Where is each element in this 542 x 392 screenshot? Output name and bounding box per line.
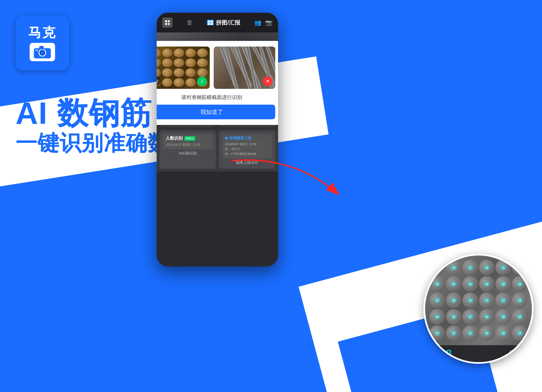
rebar-cell: 33 bbox=[495, 276, 511, 292]
phone-title-text: 拼图/汇报 bbox=[216, 19, 240, 27]
rebar-cell: 15 bbox=[512, 292, 528, 308]
rebar-cell: 30 bbox=[429, 276, 445, 292]
people-date: 2020-04-07 星期五 11:59 bbox=[166, 143, 210, 147]
collage-icon bbox=[207, 20, 214, 25]
detection-meta: 2020-12-25 广州市... bbox=[509, 350, 526, 358]
modal-image-1[interactable]: ⊘ ✓ bbox=[157, 47, 210, 89]
rebar-cell: 24 bbox=[495, 325, 511, 341]
detection-city: 广州市... bbox=[509, 354, 526, 358]
svg-rect-4 bbox=[35, 49, 38, 51]
phone-bg-area: 钢筋 AI 克... 相机 × bbox=[157, 32, 278, 89]
modal-dialog: × ⊘ ✓ bbox=[157, 41, 278, 125]
rebar-cell: 34 bbox=[479, 292, 495, 308]
rebar-cell: 14 bbox=[462, 292, 478, 308]
svg-point-2 bbox=[41, 51, 44, 54]
detection-background: 15 24 27 26 31 35 30 27 31 34 33 15 27 3… bbox=[425, 256, 532, 362]
camera-logo-icon bbox=[30, 43, 55, 61]
rebar-cell: 27 bbox=[462, 260, 478, 275]
modal-image-2[interactable]: ✕ bbox=[214, 47, 275, 89]
detection-date: 2020-12-25 bbox=[509, 350, 526, 354]
grid-icon[interactable] bbox=[162, 17, 172, 28]
rebar-cell: 27 bbox=[446, 276, 462, 292]
rebar-cell: 34 bbox=[429, 309, 445, 325]
reject-button[interactable]: ✕ bbox=[263, 76, 272, 86]
quarantine-header: 疫情隔离上报 bbox=[225, 136, 269, 141]
rebar-cell: 31 bbox=[446, 309, 462, 325]
detection-count: 68 bbox=[440, 348, 452, 360]
rebar-cell: 33 bbox=[479, 309, 495, 325]
phone-title: 拼图/汇报 bbox=[207, 19, 240, 27]
detection-info-bar: 数： 68 2020-12-25 广州市... bbox=[425, 345, 532, 362]
rebar-cell: 26 bbox=[512, 309, 528, 325]
rebar-cell: 15 bbox=[512, 276, 528, 292]
rebar-cell: 34 bbox=[479, 276, 495, 292]
people-icon[interactable]: 👥 bbox=[254, 19, 261, 26]
rebar-cell: 31 bbox=[462, 325, 478, 341]
bottom-blue-band bbox=[0, 251, 299, 392]
rebar-cell: 30 bbox=[495, 309, 511, 325]
people-title: 人数识别 bbox=[166, 136, 183, 141]
rebar-cell: 27 bbox=[495, 292, 511, 308]
people-count-card[interactable]: 人数识别 AI验证 2020-04-07 星期五 11:59 AI出勤识别 bbox=[159, 130, 216, 169]
rebar-cell: 15 bbox=[512, 325, 528, 341]
phone-frame: 🗑 拼图/汇报 👥 📷 bbox=[157, 13, 278, 267]
trash-icon[interactable]: 🗑 bbox=[187, 19, 193, 26]
modal-hint-text: 请对准钢筋横截面进行识别 bbox=[157, 94, 275, 101]
rebar-cell: 15 bbox=[429, 260, 445, 275]
app-logo: 马克 bbox=[16, 16, 69, 71]
svg-rect-3 bbox=[39, 46, 44, 49]
svg-rect-7 bbox=[208, 23, 210, 25]
rebar-cell: 27 bbox=[462, 309, 478, 325]
quarantine-title: 疫情隔离上报 bbox=[229, 136, 251, 141]
detection-count-section: 数： 68 bbox=[431, 348, 452, 360]
people-title-row: 人数识别 AI验证 bbox=[166, 136, 210, 141]
rebar-cell: 27 bbox=[446, 325, 462, 341]
rebar-cell: 34 bbox=[479, 325, 495, 341]
phone-mockup: 🗑 拼图/汇报 👥 📷 bbox=[157, 13, 278, 267]
people-count-block: 人数识别 AI验证 2020-04-07 星期五 11:59 bbox=[163, 133, 213, 149]
rebar-cell: 31 bbox=[495, 260, 511, 275]
modal-images-row: ⊘ ✓ bbox=[157, 47, 275, 89]
rebar-cell: 27 bbox=[429, 292, 445, 308]
rebar-cell: 35 bbox=[512, 260, 528, 275]
ai-verify-badge: AI验证 bbox=[184, 136, 195, 141]
rebar-cell: 26 bbox=[479, 260, 495, 275]
detection-rebar-grid: 15 24 27 26 31 35 30 27 31 34 33 15 27 3… bbox=[425, 256, 532, 345]
quarantine-dot bbox=[225, 137, 228, 140]
people-label: AI出勤识别 bbox=[163, 151, 213, 156]
camera-header-icon[interactable]: 📷 bbox=[265, 19, 272, 26]
rebar-cell: 31 bbox=[462, 276, 478, 292]
rebar-cell: 34 bbox=[446, 292, 462, 308]
rebar-cell: 15 bbox=[429, 325, 445, 341]
rebar-cell: 24 bbox=[446, 260, 462, 275]
svg-rect-6 bbox=[211, 21, 213, 23]
count-label: 数： bbox=[431, 354, 438, 359]
svg-rect-5 bbox=[208, 21, 210, 23]
select-ok-button[interactable]: ✓ bbox=[197, 76, 207, 86]
red-arrow bbox=[215, 152, 356, 214]
phone-header: 🗑 拼图/汇报 👥 📷 bbox=[157, 13, 278, 32]
detection-circle: 15 24 27 26 31 35 30 27 31 34 33 15 27 3… bbox=[423, 254, 534, 364]
svg-rect-8 bbox=[211, 23, 213, 25]
modal-confirm-button[interactable]: 我知道了 bbox=[157, 105, 275, 119]
phone-header-right: 👥 📷 bbox=[254, 19, 272, 26]
app-name: 马克 bbox=[28, 25, 56, 40]
